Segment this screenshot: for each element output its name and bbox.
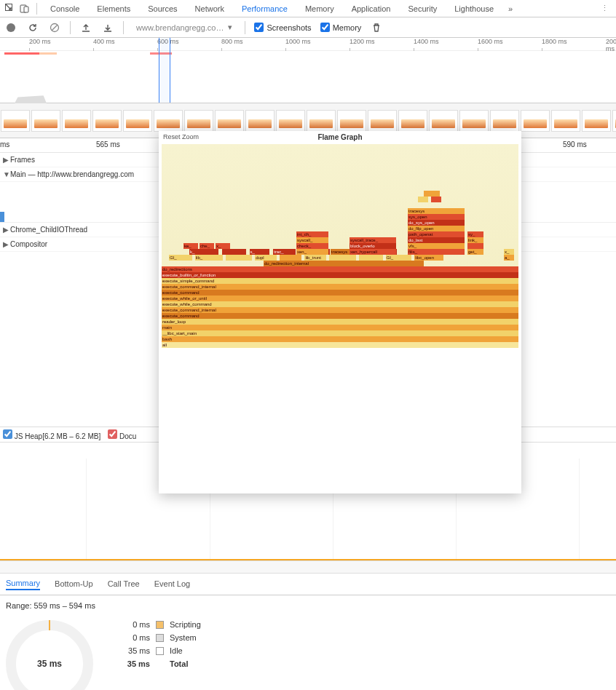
panel-resizer[interactable]	[0, 560, 616, 574]
record-button[interactable]	[4, 21, 17, 34]
filmstrip-frame[interactable]	[92, 110, 122, 132]
device-toggle-icon[interactable]	[17, 1, 32, 16]
filmstrip-frame[interactable]	[551, 110, 580, 132]
flamegraph-frame[interactable]: block_overlo	[350, 243, 396, 249]
filmstrip-frame[interactable]	[582, 110, 611, 132]
flamegraph-frame[interactable]: bash	[162, 336, 518, 342]
flamegraph-frame[interactable]: execute_command_internal	[162, 284, 518, 290]
tab-elements[interactable]: Elements	[88, 0, 139, 17]
flamegraph-frame[interactable]	[431, 197, 441, 202]
flame-event[interactable]	[0, 212, 4, 222]
reset-zoom-link[interactable]: Reset Zoom	[163, 133, 199, 140]
flamegraph-frame[interactable]: do_last	[408, 237, 465, 243]
flamegraph-frame[interactable]: syscall_	[296, 237, 328, 243]
flamegraph-frame[interactable]: get_	[467, 249, 483, 255]
flamegraph-frame[interactable]: do_sys_open	[408, 220, 465, 226]
flamegraph-frame[interactable]: path_openat	[408, 231, 465, 237]
documents-checkbox[interactable]: Docu	[108, 429, 136, 440]
flamegraph-frame[interactable]	[280, 255, 302, 261]
filmstrip-frame[interactable]	[429, 110, 458, 132]
flamegraph-frame[interactable]: filis_	[408, 249, 465, 255]
filmstrip-frame[interactable]	[337, 110, 366, 132]
flamegraph-frame[interactable]: che_	[200, 243, 214, 249]
overview-selection[interactable]	[159, 38, 170, 103]
flamegraph-frame[interactable]: libc_open	[414, 255, 443, 261]
flamegraph-frame[interactable]: execute_command	[162, 290, 518, 296]
summary-tab-event-log[interactable]: Event Log	[154, 579, 191, 590]
flamegraph-frame[interactable]: k_	[189, 249, 218, 255]
filmstrip-frame[interactable]	[612, 110, 616, 132]
tab-application[interactable]: Application	[343, 0, 400, 17]
filmstrip-frame[interactable]	[31, 110, 60, 132]
filmstrip-frame[interactable]	[490, 110, 519, 132]
flamegraph-frame[interactable]: execute_simple_command	[162, 278, 518, 284]
filmstrip-frame[interactable]	[215, 110, 244, 132]
flamegraph-frame[interactable]: s_	[250, 249, 270, 255]
load-profile-icon[interactable]	[79, 21, 92, 34]
tab-lighthouse[interactable]: Lighthouse	[446, 0, 502, 17]
filmstrip-frame[interactable]	[459, 110, 489, 132]
tab-sources[interactable]: Sources	[139, 0, 186, 17]
save-profile-icon[interactable]	[101, 21, 114, 34]
flamegraph-frame[interactable]: do_filp_open	[408, 226, 465, 231]
flamegraph-frame[interactable]	[329, 255, 356, 261]
filmstrip-frame[interactable]	[368, 110, 397, 132]
flamegraph-frame[interactable]	[226, 255, 252, 261]
memory-checkbox-input[interactable]	[320, 23, 330, 32]
tab-performance[interactable]: Performance	[233, 0, 296, 17]
flamegraph-frame[interactable]: execute_command_internal	[162, 307, 518, 313]
filmstrip-frame[interactable]	[276, 110, 305, 132]
filmstrip-frame[interactable]	[184, 110, 213, 132]
filmstrip-frame[interactable]	[398, 110, 427, 132]
flamegraph-frame[interactable]: x_	[504, 249, 514, 255]
flamegraph-frame[interactable]: lib_trunt	[304, 255, 325, 261]
filmstrip-frame[interactable]	[123, 110, 152, 132]
flamegraph-frame[interactable]: check_	[296, 243, 328, 249]
screenshots-checkbox[interactable]: Screenshots	[254, 23, 311, 32]
garbage-collect-icon[interactable]	[370, 21, 383, 34]
flamegraph-frame[interactable]	[359, 255, 383, 261]
jsheap-checkbox[interactable]: JS Heap[6.2 MB – 6.2 MB]	[3, 429, 100, 440]
flamegraph-frame[interactable]	[467, 243, 483, 249]
flamegraph-frame[interactable]: main	[162, 325, 518, 330]
flamegraph-frame[interactable]: execute_builtin_or_function	[162, 272, 518, 278]
profile-selector[interactable]: www.brendangregg.co… ▾	[133, 20, 236, 34]
flamegraph-frame[interactable]: a_	[504, 255, 514, 261]
tab-security[interactable]: Security	[399, 0, 446, 17]
memory-checkbox[interactable]: Memory	[320, 23, 362, 32]
inspect-icon[interactable]	[3, 1, 17, 16]
flamegraph-frame[interactable]: sys_open	[408, 214, 465, 220]
tabs-overflow-icon[interactable]: »	[502, 4, 518, 13]
filmstrip-frame[interactable]	[62, 110, 91, 132]
flamegraph-frame[interactable]	[424, 191, 440, 197]
flamegraph-frame[interactable]: reader_loop	[162, 319, 518, 325]
flamegraph-frame[interactable]: syscall_trace_	[350, 237, 396, 243]
tab-network[interactable]: Network	[186, 0, 233, 17]
tab-console[interactable]: Console	[42, 0, 88, 17]
flamegraph-frame[interactable]: do_redirections	[162, 266, 518, 272]
filmstrip-frame[interactable]	[307, 110, 336, 132]
summary-tab-call-tree[interactable]: Call Tree	[108, 579, 140, 590]
flamegraph-frame[interactable]	[222, 249, 246, 255]
flamegraph-frame[interactable]: __libc_start_main	[162, 330, 518, 336]
clear-button[interactable]	[48, 21, 61, 34]
flamegraph-frame[interactable]: execute_while_or_until	[162, 296, 518, 301]
flamegraph-frame[interactable]: xen_hypercall	[350, 249, 396, 255]
flamegraph-frame[interactable]: GI_	[169, 255, 192, 261]
reload-record-button[interactable]	[26, 21, 39, 34]
flamegraph-frame[interactable]: vfs_	[408, 243, 465, 249]
flamegraph-frame[interactable]: sy_	[467, 231, 483, 237]
flamegraph-frame[interactable]: int_ch_	[296, 231, 328, 237]
flamegraph-frame[interactable]: GI_	[386, 255, 412, 261]
flamegraph-frame[interactable]	[418, 197, 428, 202]
summary-tab-bottom-up[interactable]: Bottom-Up	[55, 579, 93, 590]
flamegraph-frame[interactable]: xen_	[296, 249, 328, 255]
summary-tab-summary[interactable]: Summary	[6, 579, 40, 590]
overview-timeline[interactable]: 200 ms400 ms600 ms800 ms1000 ms1200 ms14…	[0, 38, 616, 103]
flamegraph-frame[interactable]: link_	[467, 237, 483, 243]
flamegraph-frame[interactable]: all	[162, 342, 518, 348]
screenshots-checkbox-input[interactable]	[254, 23, 264, 32]
flamegraph-frame[interactable]: execute_while_command	[162, 301, 518, 307]
flamegraph-frame[interactable]: dupl	[255, 255, 276, 261]
tab-memory[interactable]: Memory	[296, 0, 343, 17]
